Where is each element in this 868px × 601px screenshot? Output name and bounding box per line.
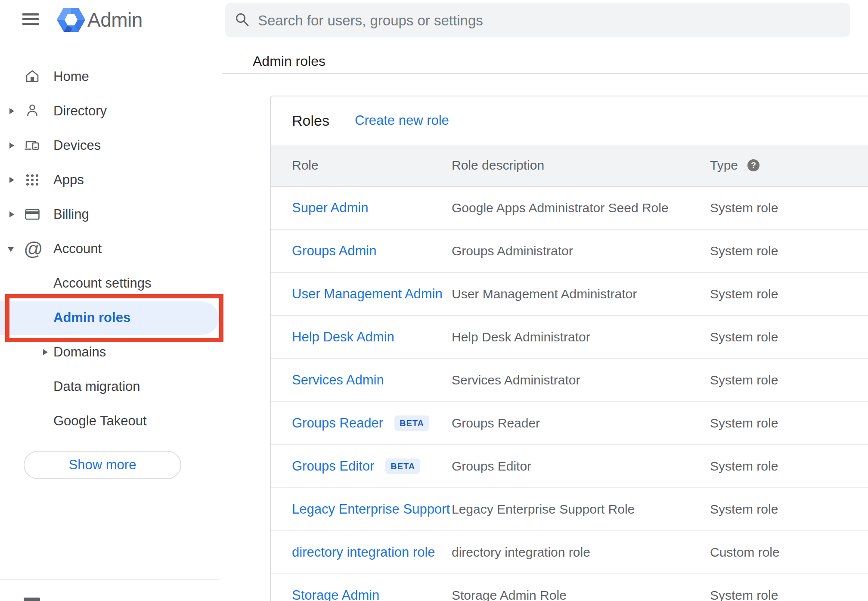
sidebar-item-admin-roles[interactable]: Admin roles	[0, 300, 220, 335]
table-row: User Management Admin User Management Ad…	[271, 273, 868, 316]
collapse-arrow-icon[interactable]	[8, 247, 14, 252]
role-link[interactable]: Help Desk Admin	[292, 329, 394, 345]
role-type: System role	[710, 287, 868, 301]
role-link[interactable]: Super Admin	[292, 200, 369, 216]
hamburger-menu-button[interactable]	[22, 13, 39, 25]
person-icon	[24, 102, 41, 120]
table-row: Help Desk Admin Help Desk Administrator …	[271, 316, 868, 359]
role-link[interactable]: Groups Reader	[292, 415, 383, 431]
table-row: Groups Reader BETA Groups Reader System …	[271, 402, 868, 445]
table-row: Groups Editor BETA Groups Editor System …	[271, 445, 868, 488]
role-type: Custom role	[710, 545, 868, 560]
expand-arrow-icon[interactable]	[43, 349, 48, 355]
role-description: Storage Admin Role	[452, 588, 710, 601]
role-type: System role	[710, 416, 868, 431]
sidebar-item-home[interactable]: Home	[0, 59, 220, 94]
role-description: directory integration role	[452, 545, 710, 560]
table-row: directory integration role directory int…	[271, 531, 868, 574]
role-link[interactable]: Storage Admin	[292, 588, 379, 601]
search-input[interactable]	[257, 3, 818, 38]
sidebar-item-data-migration[interactable]: Data migration	[0, 369, 220, 404]
sidebar-item-devices[interactable]: Devices	[0, 128, 220, 163]
role-type: System role	[710, 330, 868, 344]
sidebar-item-domains[interactable]: Domains	[0, 335, 220, 369]
beta-badge: BETA	[385, 458, 420, 474]
admin-logo-icon	[57, 6, 85, 33]
card-title: Roles	[292, 96, 329, 145]
column-header-description: Role description	[452, 158, 710, 173]
role-type: System role	[710, 588, 868, 601]
expand-arrow-icon[interactable]	[9, 108, 14, 114]
sidebar-item-account-settings[interactable]: Account settings	[0, 266, 220, 300]
expand-arrow-icon[interactable]	[9, 211, 14, 217]
table-row: Services Admin Services Administrator Sy…	[271, 359, 868, 402]
roles-card-header: Roles Create new role	[271, 96, 868, 145]
beta-badge: BETA	[394, 415, 429, 431]
role-type: System role	[710, 502, 868, 517]
table-row: Storage Admin Storage Admin Role System …	[271, 574, 868, 601]
sidebar-divider	[0, 579, 220, 580]
role-link[interactable]: Services Admin	[292, 372, 384, 388]
roles-card: Roles Create new role Role Role descript…	[270, 96, 868, 601]
table-row: Groups Admin Groups Administrator System…	[271, 230, 868, 273]
role-type: System role	[710, 459, 868, 474]
admin-logo-text: Admin	[87, 7, 143, 33]
role-description: Groups Administrator	[452, 244, 710, 258]
table-row: Legacy Enterprise Support Legacy Enterpr…	[271, 488, 868, 531]
role-link[interactable]: directory integration role	[292, 545, 435, 560]
page-title: Admin roles	[253, 53, 326, 69]
role-description: Services Administrator	[452, 373, 710, 387]
role-link[interactable]: Legacy Enterprise Support	[292, 502, 450, 517]
devices-icon	[24, 137, 41, 154]
expand-arrow-icon[interactable]	[9, 143, 14, 149]
role-description: Groups Editor	[452, 459, 710, 474]
role-link[interactable]: Groups Admin	[292, 243, 376, 259]
table-row: Super Admin Google Apps Administrator Se…	[271, 187, 868, 230]
at-sign-icon: @	[24, 240, 41, 257]
role-description: Legacy Enterprise Support Role	[452, 502, 710, 517]
expand-arrow-icon[interactable]	[9, 177, 14, 183]
sidebar-item-account[interactable]: @ Account	[0, 232, 220, 266]
sidebar-item-google-takeout[interactable]: Google Takeout	[0, 404, 220, 438]
sidebar-item-apps[interactable]: Apps	[0, 163, 220, 197]
sidebar-item-billing[interactable]: Billing	[0, 197, 220, 232]
home-icon	[24, 68, 41, 85]
role-description: Groups Reader	[452, 416, 710, 431]
role-description: User Management Administrator	[452, 287, 710, 301]
role-type: System role	[710, 201, 868, 215]
role-link[interactable]: Groups Editor	[292, 458, 374, 474]
column-header-role: Role	[271, 158, 452, 173]
sidebar-bottom-partial-icon	[24, 598, 40, 601]
help-icon[interactable]: ?	[747, 159, 760, 171]
content-divider	[222, 73, 868, 74]
column-header-type: Type	[710, 158, 738, 173]
table-header-row: Role Role description Type ?	[271, 145, 868, 187]
search-icon	[235, 12, 250, 28]
create-new-role-link[interactable]: Create new role	[355, 96, 449, 145]
hamburger-icon	[22, 13, 39, 15]
role-description: Help Desk Administrator	[452, 330, 710, 344]
role-link[interactable]: User Management Admin	[292, 286, 443, 302]
credit-card-icon	[24, 206, 41, 223]
show-more-button[interactable]: Show more	[24, 451, 181, 479]
apps-grid-icon	[24, 171, 41, 189]
role-description: Google Apps Administrator Seed Role	[452, 201, 710, 215]
search-bar[interactable]	[225, 3, 850, 37]
role-type: System role	[710, 244, 868, 258]
role-type: System role	[710, 373, 868, 387]
sidebar-item-directory[interactable]: Directory	[0, 94, 220, 128]
